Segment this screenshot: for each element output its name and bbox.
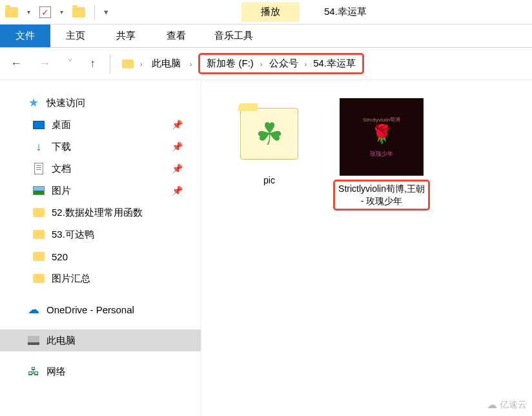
pin-icon: 📌	[172, 141, 183, 152]
ribbon-tab-music-tools[interactable]: 音乐工具	[201, 25, 266, 47]
sidebar-label: 图片汇总	[52, 273, 90, 285]
folder-thumbnail: ☘	[234, 98, 305, 169]
chevron-right-icon[interactable]: ›	[136, 60, 147, 68]
up-button[interactable]: ↑	[87, 54, 98, 73]
music-thumbnail: Strictlyviolin荀博 🌹 玫瑰少年	[340, 98, 424, 176]
folder-icon	[32, 228, 45, 241]
sidebar-label: OneDrive - Personal	[46, 304, 134, 315]
sidebar: ★ 快速访问 桌面 📌 ↓ 下载 📌 文档 📌 图片 📌	[0, 80, 201, 416]
breadcrumb[interactable]: › 此电脑 › 新加卷 (F:) › 公众号 › 54.幸运草	[122, 53, 524, 74]
sidebar-quick-access[interactable]: ★ 快速访问	[0, 92, 201, 114]
dropdown-icon[interactable]: ▾	[27, 8, 30, 16]
sidebar-label: 53.可达鸭	[52, 229, 94, 241]
folder-icon	[32, 250, 45, 263]
document-icon	[32, 162, 45, 175]
sidebar-network[interactable]: 🖧 网络	[0, 360, 201, 382]
pin-icon: 📌	[172, 120, 183, 130]
content-item-music[interactable]: Strictlyviolin荀博 🌹 玫瑰少年 Strictlyviolin荀博…	[333, 98, 430, 211]
window-title: 54.幸运草	[324, 6, 367, 18]
sidebar-this-pc[interactable]: 此电脑	[0, 329, 201, 351]
ribbon-tab-share[interactable]: 共享	[101, 25, 151, 47]
ribbon: 文件 主页 共享 查看 音乐工具	[0, 25, 532, 48]
recent-dropdown-icon[interactable]: ˅	[65, 54, 76, 74]
back-button[interactable]: ←	[8, 54, 25, 73]
ribbon-tab-home[interactable]: 主页	[50, 25, 101, 47]
separator	[110, 54, 110, 74]
quick-access-toolbar: ▾ ✓ ▾ ▾	[0, 5, 114, 19]
sidebar-label: 图片	[52, 185, 71, 197]
content-item-folder[interactable]: ☘ pic	[221, 98, 318, 188]
chevron-right-icon[interactable]: ›	[256, 60, 267, 68]
crumb-folder[interactable]: 公众号	[267, 56, 301, 71]
sidebar-label: 下载	[52, 141, 71, 153]
sidebar-label: 文档	[52, 163, 71, 175]
crumb-this-pc[interactable]: 此电脑	[149, 56, 183, 71]
title-bar: ▾ ✓ ▾ ▾ 播放 54.幸运草	[0, 0, 532, 25]
sidebar-item-folder[interactable]: 图片汇总	[0, 267, 201, 289]
separator	[94, 5, 95, 19]
crumb-volume[interactable]: 新加卷 (F:)	[204, 56, 256, 71]
rose-icon: 🌹	[371, 123, 393, 145]
pin-icon: 📌	[172, 163, 183, 174]
watermark-text: 亿速云	[500, 399, 527, 411]
properties-icon[interactable]: ✓	[39, 6, 51, 18]
folder-icon[interactable]	[72, 7, 85, 17]
dropdown-icon[interactable]: ▾	[60, 8, 63, 16]
sidebar-label: 此电脑	[46, 335, 76, 347]
overflow-icon[interactable]: ▾	[104, 7, 108, 17]
sidebar-label: 快速访问	[46, 97, 85, 109]
item-label-highlighted: Strictlyviolin荀博,王朝 - 玫瑰少年	[333, 180, 430, 211]
sidebar-label: 桌面	[52, 119, 71, 131]
ribbon-tab-view[interactable]: 查看	[151, 25, 201, 47]
ribbon-tab-file[interactable]: 文件	[0, 25, 50, 47]
pc-icon	[27, 334, 40, 347]
desktop-icon	[32, 118, 45, 131]
forward-button[interactable]: →	[36, 54, 53, 73]
crumb-highlight-box: 新加卷 (F:) › 公众号 › 54.幸运草	[198, 53, 364, 74]
sidebar-item-folder[interactable]: 53.可达鸭	[0, 224, 201, 245]
star-icon: ★	[27, 96, 40, 109]
sidebar-item-downloads[interactable]: ↓ 下载 📌	[0, 136, 201, 158]
folder-icon	[122, 59, 134, 68]
clover-icon: ☘	[256, 116, 283, 152]
network-icon: 🖧	[27, 365, 40, 378]
folder-icon[interactable]	[5, 7, 18, 17]
sidebar-onedrive[interactable]: ☁ OneDrive - Personal	[0, 298, 201, 320]
sidebar-item-desktop[interactable]: 桌面 📌	[0, 114, 201, 136]
chevron-right-icon[interactable]: ›	[301, 60, 311, 68]
folder-icon	[32, 272, 45, 285]
crumb-current[interactable]: 54.幸运草	[311, 56, 358, 71]
image-icon	[32, 184, 45, 197]
sidebar-label: 520	[52, 251, 68, 262]
download-icon: ↓	[32, 140, 45, 153]
sidebar-item-folder[interactable]: 520	[0, 245, 201, 267]
content-area[interactable]: ☘ pic Strictlyviolin荀博 🌹 玫瑰少年 Strictlyvi…	[201, 80, 532, 416]
sidebar-label: 52.数据处理常用函数	[52, 207, 143, 219]
contextual-tab-play[interactable]: 播放	[241, 2, 300, 22]
sidebar-item-folder[interactable]: 52.数据处理常用函数	[0, 202, 201, 224]
watermark: ☁ 亿速云	[487, 399, 527, 411]
item-label: pic	[261, 173, 278, 188]
sidebar-label: 网络	[46, 366, 66, 378]
nav-row: ← → ˅ ↑ › 此电脑 › 新加卷 (F:) › 公众号 › 54.幸运草	[0, 48, 532, 80]
folder-icon	[32, 206, 45, 219]
pin-icon: 📌	[172, 185, 183, 196]
cloud-icon: ☁	[27, 303, 40, 316]
sidebar-item-pictures[interactable]: 图片 📌	[0, 180, 201, 202]
cloud-icon: ☁	[487, 399, 497, 411]
sidebar-item-documents[interactable]: 文档 📌	[0, 158, 201, 180]
chevron-right-icon[interactable]: ›	[186, 60, 196, 68]
